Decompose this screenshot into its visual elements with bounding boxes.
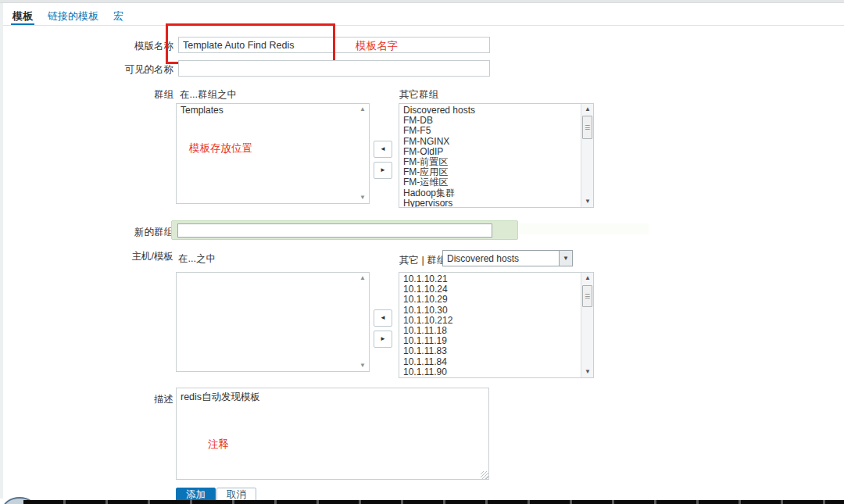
groups-other-label: 其它群组 [399, 88, 438, 102]
groups-label: 群组 [0, 88, 173, 102]
groups-in-listbox[interactable]: Templates ▲ ▼ 模板存放位置 [176, 103, 370, 204]
scroll-down-icon[interactable]: ▼ [357, 361, 368, 370]
list-item[interactable]: 10.1.10.212 [399, 316, 581, 326]
list-item[interactable]: 10.1.11.84 [399, 357, 581, 367]
visible-name-label: 可见的名称 [0, 63, 173, 77]
template-config-page: 模板 链接的模板 宏 模版名称 模板名字 可见的名称 群组 在...群组之中 其… [0, 0, 844, 504]
groups-move-right-button[interactable]: ► [374, 162, 392, 179]
list-item[interactable]: 10.1.11.83 [399, 346, 581, 356]
hosts-other-listbox[interactable]: 10.1.10.2110.1.10.2410.1.10.2910.1.10.30… [399, 272, 594, 378]
scroll-up-icon[interactable]: ▲ [357, 105, 368, 114]
description-textarea[interactable]: redis自动发现模板 [176, 388, 489, 480]
scroll-down-icon[interactable]: ▼ [581, 196, 594, 207]
tab-linked-templates[interactable]: 链接的模板 [46, 8, 100, 26]
list-item[interactable]: 10.1.10.30 [399, 306, 581, 316]
hosts-in-list [177, 273, 356, 371]
groups-in-list: Templates [177, 104, 356, 203]
hosts-group-select[interactable]: Discovered hosts ▼ [442, 250, 573, 266]
top-edge-strip [0, 0, 844, 3]
tab-macros[interactable]: 宏 [112, 8, 125, 26]
scroll-up-icon[interactable]: ▲ [581, 104, 594, 115]
tab-bar: 模板 链接的模板 宏 [11, 8, 137, 26]
new-group-field-wrap [171, 220, 518, 240]
template-name-label: 模版名称 [0, 40, 173, 53]
scrollbar-thumb[interactable]: ☰ [582, 285, 592, 307]
new-group-input[interactable] [177, 223, 492, 238]
dropdown-arrow-icon[interactable]: ▼ [559, 251, 572, 266]
list-item[interactable]: FM-F5 [399, 126, 581, 136]
hosts-scrollbar[interactable]: ▲ ☰ ▼ [581, 273, 593, 377]
video-timeline-bar[interactable] [23, 500, 844, 504]
hosts-other-label: 其它 | 群组 [399, 254, 446, 267]
list-item[interactable]: FM-OldIP [399, 147, 581, 157]
groups-scrollbar[interactable]: ▲ ☰ ▼ [581, 104, 593, 207]
scroll-up-icon[interactable]: ▲ [581, 273, 594, 284]
visible-name-input[interactable] [178, 60, 490, 77]
textarea-resize-handle[interactable] [481, 471, 488, 479]
hosts-in-label: 在...之中 [178, 252, 216, 266]
groups-other-list: Discovered hostsFM-DBFM-F5FM-NGINXFM-Old… [399, 104, 581, 207]
template-name-input[interactable] [178, 37, 490, 53]
list-item[interactable]: FM-运维区 [399, 177, 581, 188]
hosts-in-listbox[interactable]: ▲ ▼ [176, 272, 370, 372]
scroll-up-icon[interactable]: ▲ [357, 273, 368, 283]
scrollbar-thumb[interactable]: ☰ [582, 116, 592, 139]
groups-other-listbox[interactable]: Discovered hostsFM-DBFM-F5FM-NGINXFM-Old… [399, 103, 594, 208]
list-item[interactable]: Hadoop集群 [399, 188, 581, 198]
tab-template[interactable]: 模板 [11, 8, 34, 26]
list-item[interactable]: 10.1.10.29 [399, 295, 581, 305]
hosts-group-select-value: Discovered hosts [443, 253, 559, 264]
hosts-move-left-button[interactable]: ◄ [374, 309, 392, 327]
scroll-down-icon[interactable]: ▼ [581, 366, 594, 377]
groups-move-left-button[interactable]: ◄ [374, 141, 392, 158]
hosts-label: 主机/模板 [0, 250, 173, 263]
new-group-label: 新的群组 [0, 226, 173, 239]
hosts-move-right-button[interactable]: ► [374, 331, 392, 348]
list-item[interactable]: Templates [177, 105, 356, 116]
list-item[interactable]: 10.1.11.90 [399, 367, 581, 377]
new-group-highlight [519, 223, 649, 234]
hosts-other-list: 10.1.10.2110.1.10.2410.1.10.2910.1.10.30… [399, 273, 581, 377]
scroll-down-icon[interactable]: ▼ [357, 193, 368, 202]
tab-separator [3, 25, 844, 26]
list-item[interactable]: FM-NGINX [399, 137, 581, 147]
list-item[interactable]: Hypervisors [399, 198, 581, 207]
description-label: 描述 [0, 393, 173, 406]
groups-in-label: 在...群组之中 [180, 88, 237, 102]
